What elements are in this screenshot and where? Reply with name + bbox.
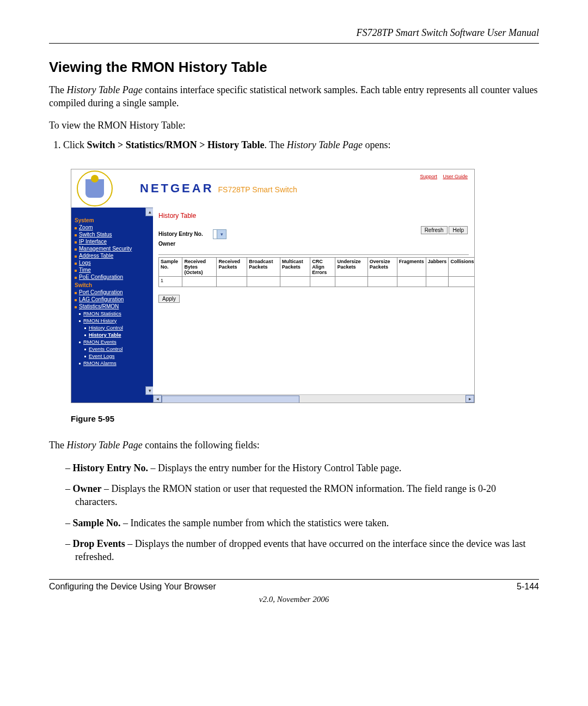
sidebar-item-history-control[interactable]: History Control <box>75 325 151 331</box>
sidebar-item-logs[interactable]: Logs <box>75 260 151 266</box>
col-broadcast-packets: Broadcast Packets <box>247 257 280 276</box>
header-rule <box>49 43 539 44</box>
intro-paragraph: The History Table Page contains interfac… <box>49 83 539 110</box>
sidebar-item-rmon-history[interactable]: RMON History <box>75 318 151 324</box>
help-button[interactable]: Help <box>449 226 468 234</box>
field-name: Sample No. <box>73 518 121 528</box>
sidebar-cat-switch: Switch <box>75 282 151 288</box>
nav-path: Switch > Statistics/RMON > History Table <box>87 139 265 150</box>
figure-caption: Figure 5-95 <box>71 414 539 423</box>
text: contains the following fields: <box>143 440 260 451</box>
brand-text: NETGEAR <box>140 181 214 196</box>
apply-button[interactable]: Apply <box>158 295 180 303</box>
sidebar-item-ip-interface[interactable]: IP Interface <box>75 239 151 245</box>
sidebar-item-poe-config[interactable]: PoE Configuration <box>75 274 151 280</box>
col-multicast-packets: Multicast Packets <box>280 257 310 276</box>
history-entry-label: History Entry No. <box>158 231 213 237</box>
col-sample-no: Sample No. <box>159 257 182 276</box>
text: The <box>49 440 66 451</box>
text: Click <box>63 139 87 150</box>
col-oversize-packets: Oversize Packets <box>367 257 397 276</box>
sidebar-cat-system: System <box>75 217 151 223</box>
sidebar-item-management-security[interactable]: Management Security <box>75 246 151 252</box>
col-fragments: Fragments <box>397 257 426 276</box>
history-entry-select[interactable]: ▾ <box>213 229 226 239</box>
sidebar-item-address-table[interactable]: Address Table <box>75 253 151 259</box>
footer-left: Configuring the Device Using Your Browse… <box>49 582 216 592</box>
sidebar-item-event-logs[interactable]: Event Logs <box>75 353 151 359</box>
steps-list: Click Switch > Statistics/RMON > History… <box>49 138 539 153</box>
col-jabbers: Jabbers <box>426 257 449 276</box>
page-name-em: History Table Page <box>287 139 363 150</box>
owner-label: Owner <box>158 241 213 247</box>
manual-title: FS728TP Smart Switch Software User Manua… <box>49 27 539 39</box>
field-desc: – Displays the RMON station or user that… <box>75 483 496 507</box>
field-name: Owner <box>73 483 102 494</box>
sidebar-nav: ▴ System Zoom Switch Status IP Interface… <box>71 208 153 403</box>
scroll-left-icon[interactable]: ◂ <box>153 395 162 403</box>
footer-rule <box>49 579 539 580</box>
lead-text: To view the RMON History Table: <box>49 120 539 131</box>
field-owner: Owner – Displays the RMON station or use… <box>65 482 539 509</box>
divider <box>158 254 469 255</box>
field-name: History Entry No. <box>73 462 149 473</box>
col-undersize-packets: Undersize Packets <box>335 257 367 276</box>
field-desc: – Indicates the sample number from which… <box>121 518 389 528</box>
user-guide-link[interactable]: User Guide <box>443 174 468 179</box>
table-header-row: Sample No. Received Bytes (Octets) Recei… <box>159 257 475 276</box>
sidebar-item-history-table[interactable]: History Table <box>75 332 151 338</box>
page-number: 5-144 <box>517 582 539 592</box>
refresh-button[interactable]: Refresh <box>421 226 448 234</box>
footer-version: v2.0, November 2006 <box>49 595 539 604</box>
sidebar-item-time[interactable]: Time <box>75 267 151 273</box>
col-collisions: Collisions <box>449 257 474 276</box>
product-name: FS728TP Smart Switch <box>218 185 297 194</box>
sidebar-item-rmon-events[interactable]: RMON Events <box>75 339 151 345</box>
history-table: Sample No. Received Bytes (Octets) Recei… <box>158 257 474 287</box>
section-heading: Viewing the RMON History Table <box>49 59 539 76</box>
table-row: 1 <box>159 276 475 287</box>
content-panel: History Table Refresh Help History Entry… <box>153 208 474 403</box>
field-history-entry: History Entry No. – Displays the entry n… <box>65 461 539 474</box>
step-1: Click Switch > Statistics/RMON > History… <box>63 138 539 153</box>
panel-title: History Table <box>158 212 469 220</box>
col-crc-errors: CRC Align Errors <box>310 257 335 276</box>
field-sample-no: Sample No. – Indicates the sample number… <box>65 516 539 530</box>
horizontal-scrollbar[interactable]: ◂ ▸ <box>153 394 474 403</box>
sidebar-item-events-control[interactable]: Events Control <box>75 346 151 352</box>
field-list: History Entry No. – Displays the entry n… <box>49 461 539 564</box>
sidebar-item-port-config[interactable]: Port Configuration <box>75 289 151 295</box>
sidebar-item-lag-config[interactable]: LAG Configuration <box>75 296 151 302</box>
page-name-em: History Table Page <box>66 440 142 451</box>
header-links: Support User Guide <box>415 174 468 179</box>
netgear-logo-icon <box>77 171 113 206</box>
page-name-em: History Table Page <box>66 84 142 95</box>
field-desc: – Displays the entry number for the Hist… <box>148 462 401 473</box>
field-desc: – Displays the number of dropped events … <box>75 538 525 562</box>
col-received-packets: Received Packets <box>217 257 247 276</box>
sidebar-item-statistics-rmon[interactable]: Statistics/RMON <box>75 303 151 309</box>
col-received-bytes: Received Bytes (Octets) <box>182 257 217 276</box>
sidebar-item-switch-status[interactable]: Switch Status <box>75 232 151 238</box>
text: The <box>49 84 66 95</box>
chevron-down-icon: ▾ <box>217 230 226 239</box>
sidebar-item-rmon-statistics[interactable]: RMON Statistics <box>75 311 151 317</box>
sidebar-item-rmon-alarms[interactable]: RMON Alarms <box>75 360 151 366</box>
scroll-right-icon[interactable]: ▸ <box>465 395 474 403</box>
text: opens: <box>363 139 391 150</box>
scrollbar-thumb[interactable] <box>162 395 299 403</box>
text: . The <box>265 139 287 150</box>
support-link[interactable]: Support <box>420 174 437 179</box>
app-screenshot: NETGEAR FS728TP Smart Switch Support Use… <box>71 169 475 403</box>
app-header: NETGEAR FS728TP Smart Switch Support Use… <box>71 169 474 208</box>
sidebar-item-zoom[interactable]: Zoom <box>75 224 151 230</box>
field-name: Drop Events <box>73 538 125 549</box>
fields-intro: The History Table Page contains the foll… <box>49 439 539 452</box>
cell-sample-no: 1 <box>159 276 182 287</box>
field-drop-events: Drop Events – Displays the number of dro… <box>65 537 539 564</box>
